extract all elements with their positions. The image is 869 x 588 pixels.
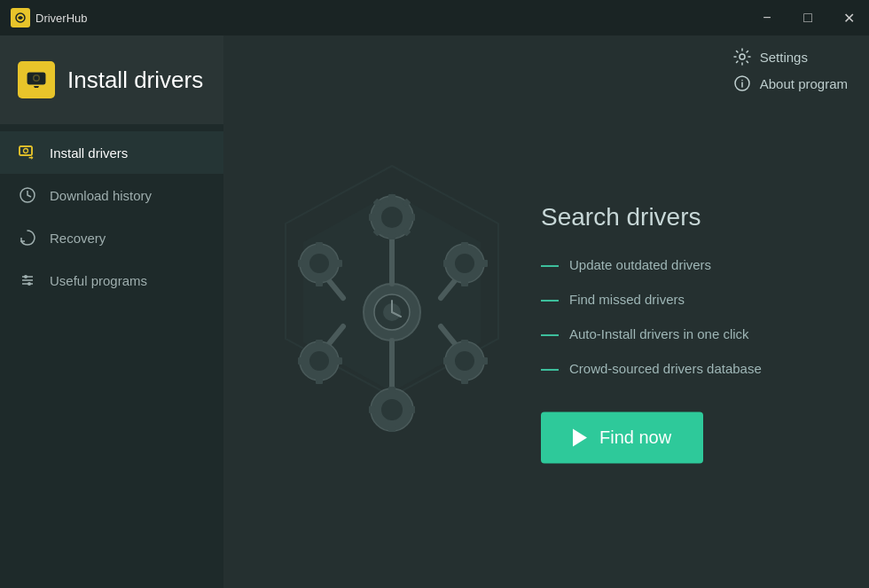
minimize-button[interactable]: − xyxy=(747,0,787,35)
feature-dash-1: — xyxy=(541,254,559,274)
right-panel: Search drivers — Update outdated drivers… xyxy=(541,202,842,463)
svg-rect-51 xyxy=(298,260,303,267)
sidebar: Install drivers Install drivers xyxy=(0,35,223,588)
install-drivers-label: Install drivers xyxy=(50,145,128,161)
svg-point-13 xyxy=(27,282,31,286)
feature-text-3: Auto-Install drivers in one click xyxy=(569,325,749,341)
svg-rect-33 xyxy=(388,194,395,200)
svg-point-17 xyxy=(741,80,743,82)
feature-item-1: — Update outdated drivers xyxy=(541,254,842,274)
useful-programs-icon xyxy=(18,270,37,290)
svg-rect-63 xyxy=(298,357,303,365)
feature-list: — Update outdated drivers — Find missed … xyxy=(541,254,842,378)
search-title: Search drivers xyxy=(541,202,842,231)
titlebar: DriverHub − □ ✕ xyxy=(0,0,869,35)
svg-rect-43 xyxy=(388,387,395,393)
play-icon xyxy=(573,428,587,446)
close-button[interactable]: ✕ xyxy=(828,0,869,35)
svg-rect-6 xyxy=(20,146,32,155)
sidebar-item-install-drivers[interactable]: Install drivers xyxy=(0,131,223,174)
svg-rect-64 xyxy=(337,357,342,365)
svg-point-54 xyxy=(455,254,474,273)
svg-rect-57 xyxy=(443,260,449,267)
window-controls: − □ ✕ xyxy=(747,0,869,35)
svg-rect-5 xyxy=(20,146,32,155)
recovery-label: Recovery xyxy=(50,231,106,246)
about-label: About program xyxy=(760,76,848,91)
svg-rect-69 xyxy=(443,357,449,365)
find-now-button[interactable]: Find now xyxy=(541,412,703,463)
sidebar-header-title: Install drivers xyxy=(67,67,203,94)
svg-rect-35 xyxy=(369,214,375,221)
feature-item-4: — Crowd-sourced drivers database xyxy=(541,357,842,378)
svg-rect-62 xyxy=(316,379,323,384)
svg-rect-56 xyxy=(461,281,468,286)
svg-point-12 xyxy=(24,275,27,278)
about-button[interactable]: About program xyxy=(733,74,848,92)
maximize-button[interactable]: □ xyxy=(787,0,828,35)
svg-point-32 xyxy=(381,207,403,228)
feature-item-2: — Find missed drivers xyxy=(541,288,842,309)
settings-label: Settings xyxy=(760,50,808,65)
feature-dash-3: — xyxy=(541,323,559,343)
useful-programs-label: Useful programs xyxy=(50,273,147,288)
svg-rect-49 xyxy=(316,242,323,247)
recovery-icon xyxy=(18,228,37,247)
sidebar-logo-icon xyxy=(18,61,55,98)
svg-rect-58 xyxy=(482,260,488,267)
hex-decoration xyxy=(250,148,534,476)
logo-icon xyxy=(11,8,30,27)
svg-rect-70 xyxy=(482,357,488,365)
svg-point-60 xyxy=(309,351,329,371)
svg-rect-55 xyxy=(461,242,468,247)
svg-rect-52 xyxy=(337,260,342,267)
find-now-label: Find now xyxy=(599,427,671,448)
sidebar-item-download-history[interactable]: Download history xyxy=(0,174,223,216)
svg-point-7 xyxy=(24,149,28,153)
sidebar-header: Install drivers xyxy=(0,35,223,124)
svg-rect-68 xyxy=(461,379,468,384)
svg-rect-34 xyxy=(388,233,395,239)
feature-text-2: Find missed drivers xyxy=(569,291,685,306)
feature-dash-2: — xyxy=(541,288,559,309)
svg-rect-61 xyxy=(316,340,323,345)
download-history-label: Download history xyxy=(50,188,152,203)
feature-dash-4: — xyxy=(541,357,559,378)
svg-point-4 xyxy=(35,76,39,81)
content-area: Settings About program xyxy=(223,35,869,588)
sidebar-item-useful-programs[interactable]: Useful programs xyxy=(0,259,223,302)
svg-point-48 xyxy=(309,254,329,273)
svg-point-14 xyxy=(740,54,745,59)
install-drivers-icon xyxy=(18,143,37,162)
app-title: DriverHub xyxy=(35,12,88,25)
svg-rect-44 xyxy=(388,426,395,432)
download-history-icon xyxy=(18,185,37,205)
settings-panel: Settings About program xyxy=(712,35,869,105)
app-logo: DriverHub xyxy=(11,8,88,27)
svg-rect-67 xyxy=(461,340,468,345)
svg-point-42 xyxy=(381,399,403,420)
settings-button[interactable]: Settings xyxy=(733,48,848,66)
svg-rect-46 xyxy=(409,406,415,413)
feature-text-1: Update outdated drivers xyxy=(569,256,711,271)
main-layout: Install drivers Install drivers xyxy=(0,35,869,588)
svg-rect-50 xyxy=(316,281,323,286)
svg-rect-36 xyxy=(409,214,415,221)
feature-item-3: — Auto-Install drivers in one click xyxy=(541,323,842,343)
feature-text-4: Crowd-sourced drivers database xyxy=(569,360,762,375)
sidebar-item-recovery[interactable]: Recovery xyxy=(0,216,223,259)
svg-rect-45 xyxy=(369,406,375,413)
sidebar-nav: Install drivers Download history xyxy=(0,124,223,588)
svg-point-66 xyxy=(455,351,474,371)
